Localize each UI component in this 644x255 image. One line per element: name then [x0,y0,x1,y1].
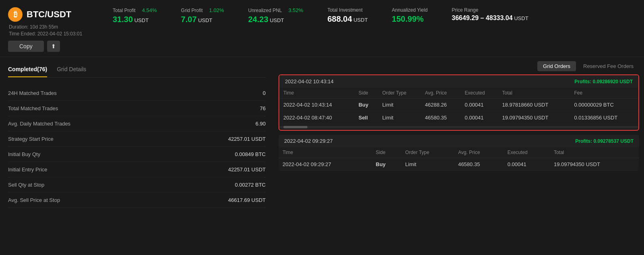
btc-icon: ₿ [8,7,23,22]
stat-row: Initial Entry Price 42257.01 USDT [8,162,266,177]
total-investment-value: 688.04 [327,14,352,23]
stat-row: Total Matched Trades 76 [8,101,266,116]
coin-title: ₿ BTC/USDT [8,7,97,22]
cell-avg-price: 46288.26 [421,99,461,111]
stat-row-label: Total Matched Trades [8,105,58,111]
scrollbar-thumb-1 [283,126,308,128]
cell-executed: 0.00041 [504,158,550,171]
annualized-label: Annualized Yield [392,7,428,13]
stat-row: Strategy Start Price 42257.01 USDT [8,132,266,147]
cell-executed: 0.00041 [461,99,498,111]
tabs: Completed(76) Grid Details [8,64,266,78]
table-row: 2022-04-02 09:29:27 Buy Limit 46580.35 0… [279,158,639,171]
stat-row-value: 0.00849 BTC [235,151,266,157]
cell-avg-price: 46580.35 [454,158,504,171]
right-top-bar: Grid Orders Reserved Fee Orders [279,61,639,71]
reserved-fee-button[interactable]: Reserved Fee Orders [578,61,639,71]
total-profit-block: Total Profit 4.54% 31.30 USDT [113,7,157,24]
stat-row-label: Avg. Sell Price at Stop [8,197,60,203]
total-profit-pct: 4.54% [142,7,157,13]
unrealized-pnl-pct: 3.52% [289,7,303,13]
trade-card-2: 2022-04-02 09:29:27 Profits: 0.09278537 … [279,135,639,171]
price-range-label: Price Range [452,7,528,13]
cell-time: 2022-04-02 09:29:27 [279,158,372,171]
trade-card-1-header: 2022-04-02 10:43:14 Profits: 0.09286920 … [279,75,638,88]
cell-side: Buy [355,99,378,111]
stat-row-value: 6.90 [256,121,266,127]
stat-row-value: 42257.01 USDT [228,136,266,142]
trade-card-1-date: 2022-04-02 10:43:14 [285,78,334,84]
scrollbar-1[interactable] [279,126,638,128]
grid-profit-value: 7.07 [181,15,197,24]
main-content: Completed(76) Grid Details 24H Matched T… [0,57,644,214]
trade-card-2-header: 2022-04-02 09:29:27 Profits: 0.09278537 … [279,135,639,147]
stat-row-value: 0 [263,90,266,96]
trade-card-1-profit-value: 0.09286920 USDT [593,79,633,84]
annualized-value: 150.99% [392,14,428,24]
col-side: Side [355,88,378,99]
cell-side: Buy [372,158,401,171]
unrealized-pnl-unit: USDT [270,17,284,23]
cell-total: 19.09794350 USDT [498,111,570,124]
col-total: Total [498,88,570,99]
stat-row: Sell Qty at Stop 0.00272 BTC [8,177,266,193]
stat-row-label: Avg. Daily Matched Trades [8,121,70,127]
stat-row-label: Sell Qty at Stop [8,182,44,188]
cell-time: 2022-04-02 10:43:14 [279,99,355,111]
trade-card-2-profit: Profits: 0.09278537 USDT [575,138,634,144]
coin-pair: BTC/USDT [27,9,71,20]
col-time-2: Time [279,147,372,158]
stats-grid: Total Profit 4.54% 31.30 USDT Grid Profi… [113,7,636,24]
stat-row: Initial Buy Qty 0.00849 BTC [8,147,266,162]
col-avg-price: Avg. Price [421,88,461,99]
stat-row-label: Initial Entry Price [8,167,47,173]
unrealized-pnl-block: Unrealized PNL 3.52% 24.23 USDT [248,7,303,24]
col-avg-price-2: Avg. Price [454,147,504,158]
tab-grid-details[interactable]: Grid Details [57,64,86,77]
stat-row-label: 24H Matched Trades [8,90,57,96]
grid-profit-label: Grid Profit [181,8,203,13]
copy-button[interactable]: Copy [8,41,44,52]
cell-order-type: Limit [378,111,421,124]
price-range-value: 36649.29 – 48333.04 [452,14,512,21]
stat-row-label: Strategy Start Price [8,136,54,142]
stat-row-value: 76 [260,105,266,111]
stat-row: Avg. Sell Price at Stop 46617.69 USDT [8,193,266,208]
stat-row: 24H Matched Trades 0 [8,86,266,101]
total-profit-value: 31.30 [113,15,133,24]
cell-order-type: Limit [401,158,454,171]
trade-card-2-profit-value: 0.09278537 USDT [594,138,634,144]
cell-order-type: Limit [378,99,421,111]
total-investment-block: Total Investment 688.04 USDT [327,7,367,24]
stat-row-value: 42257.01 USDT [228,167,266,173]
grid-profit-pct: 1.02% [209,7,224,13]
annualized-block: Annualized Yield 150.99% [392,7,428,24]
unrealized-pnl-label: Unrealized PNL [248,8,282,13]
trade-card-1-profit: Profits: 0.09286920 USDT [574,79,633,84]
cell-fee: 0.00000029 BTC [570,99,638,111]
grid-orders-button[interactable]: Grid Orders [537,61,576,71]
action-buttons: Copy ⬆ [8,41,97,52]
grid-profit-unit: USDT [198,17,212,23]
table-row: 2022-04-02 10:43:14 Buy Limit 46288.26 0… [279,99,638,111]
stats-list: 24H Matched Trades 0 Total Matched Trade… [8,86,266,208]
col-side-2: Side [372,147,401,158]
cell-side: Sell [355,111,378,124]
stat-row: Avg. Daily Matched Trades 6.90 [8,116,266,132]
cell-time: 2022-04-02 08:47:40 [279,111,355,124]
col-time: Time [279,88,355,99]
trade-table-2: Time Side Order Type Avg. Price Executed… [279,147,639,171]
col-order-type: Order Type [378,88,421,99]
total-profit-unit: USDT [134,17,149,23]
right-panel: Grid Orders Reserved Fee Orders 2022-04-… [274,57,644,214]
trade-table-1: Time Side Order Type Avg. Price Executed… [279,88,638,124]
total-investment-unit: USDT [353,17,367,23]
share-button[interactable]: ⬆ [47,41,60,52]
coin-info: ₿ BTC/USDT Duration: 10d 23h 55m Time En… [8,7,97,52]
tab-completed[interactable]: Completed(76) [8,64,47,77]
duration-line: Duration: 10d 23h 55m [8,24,97,30]
cell-executed: 0.00041 [461,111,498,124]
stat-row-value: 0.00272 BTC [235,182,266,188]
price-range-unit: USDT [514,15,528,21]
trade-card-2-date: 2022-04-02 09:29:27 [284,138,333,144]
